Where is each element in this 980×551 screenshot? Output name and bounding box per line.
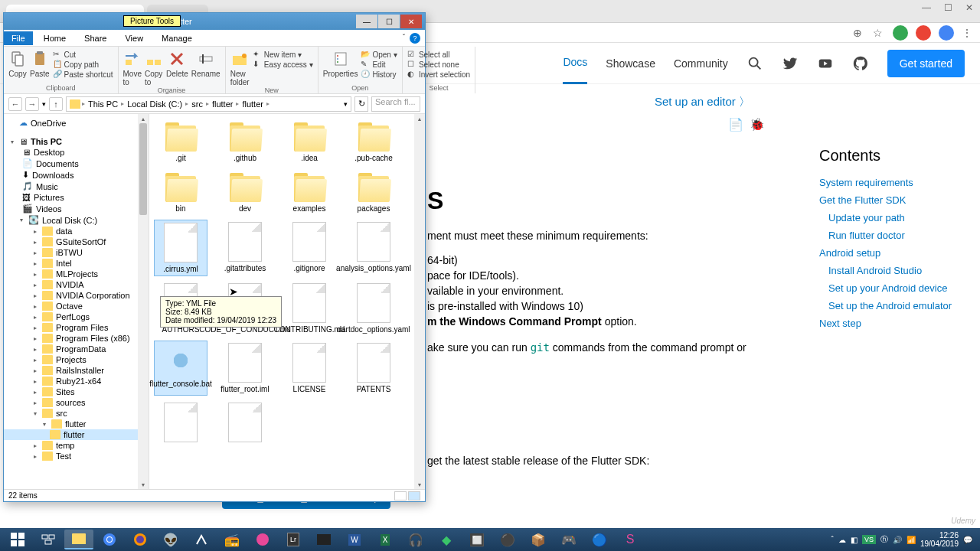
close-button[interactable]: ✕ [959,0,980,15]
get-started-button[interactable]: Get started [887,50,965,77]
tray-vs-icon[interactable]: VS [862,535,876,544]
collapse-ribbon-icon[interactable]: ˇ [403,33,405,44]
app-taskbar-1[interactable]: 👽 [156,530,185,549]
refresh-button[interactable]: ↻ [354,96,368,112]
file-item[interactable]: flutter_console.bat [154,341,207,396]
picture-tools-tab[interactable]: Picture Tools [123,15,181,27]
nav-folder[interactable]: ▸Octave [4,301,149,311]
file-item[interactable]: LICENSE [283,341,336,396]
file-item[interactable]: .pub-cache [347,119,400,165]
nav-documents[interactable]: 📄Documents [4,158,149,169]
details-view-button[interactable] [394,491,407,500]
search-icon[interactable] [746,55,763,72]
copy-path-button[interactable]: 📋Copy path [53,60,113,69]
clock[interactable]: 12:26 19/04/2019 [920,531,959,548]
file-icon[interactable]: 📄 [728,117,742,131]
app-taskbar-8[interactable]: ⚫ [493,530,522,549]
nav-folder[interactable]: ▸Ruby21-x64 [4,376,149,386]
twitter-icon[interactable] [782,55,799,72]
nav-folder[interactable]: ▸ProgramData [4,344,149,354]
content-scrollbar[interactable]: ▲ ▼ [414,114,425,489]
file-item[interactable]: dev [218,169,272,215]
tray-chevron-icon[interactable]: ˆ [831,536,834,544]
paste-button[interactable]: Paste [30,50,50,78]
crumb-this-pc[interactable]: This PC [87,99,119,109]
crumb-flutter[interactable]: flutter [211,99,235,109]
tab-file[interactable]: File [4,31,33,45]
github-icon[interactable] [852,55,869,72]
nav-temp[interactable]: ▸temp [4,440,149,451]
address-dropdown[interactable]: ▾ [344,100,348,108]
tray-icon-1[interactable]: ◧ [851,536,858,544]
nav-desktop[interactable]: 🖥Desktop [4,147,149,158]
invert-selection-button[interactable]: ◐Invert selection [407,70,470,79]
file-explorer-taskbar[interactable] [64,530,93,549]
nav-folder[interactable]: ▸NVIDIA [4,279,149,290]
file-item[interactable]: examples [283,169,336,215]
star-icon[interactable]: ☆ [873,27,885,39]
tab-share[interactable]: Share [77,31,114,45]
lightroom-taskbar[interactable]: Lr [279,530,308,549]
cut-button[interactable]: ✂Cut [53,50,113,59]
start-button[interactable] [3,530,32,549]
nav-folder[interactable]: ▸Sites [4,386,149,397]
zoom-icon[interactable]: ⊕ [853,27,865,39]
recent-dropdown[interactable]: ▾ [42,100,46,108]
extension-1-icon[interactable] [893,25,908,41]
nav-onedrive[interactable]: ☁OneDrive [4,117,149,129]
toc-next-step[interactable]: Next step [819,315,965,332]
nav-folder[interactable]: ▾src [4,408,149,419]
nav-folder[interactable]: ▸Program Files (x86) [4,333,149,344]
help-icon[interactable]: ? [410,33,420,44]
app-taskbar-9[interactable]: 📦 [524,530,553,549]
file-item[interactable]: PATENTS [347,341,400,396]
file-item[interactable] [218,400,272,445]
tab-view[interactable]: View [117,31,151,45]
file-item[interactable]: bin [154,169,207,215]
file-item[interactable]: .gitignore [283,220,336,276]
crumb-local-disk[interactable]: Local Disk (C:) [126,99,184,109]
toc-android-setup[interactable]: Android setup [819,244,965,262]
word-taskbar[interactable]: W [340,530,369,549]
menu-icon[interactable]: ⋮ [962,27,974,39]
file-item[interactable]: .cirrus.yml [154,220,207,276]
file-item[interactable]: .github [218,119,272,165]
nav-test[interactable]: ▸Test [4,451,149,461]
easy-access-button[interactable]: ⬇Easy access ▾ [253,60,313,69]
tray-onedrive-icon[interactable]: ☁ [838,536,846,544]
app-taskbar-4[interactable] [248,530,277,549]
app-taskbar-12[interactable]: S [616,530,645,549]
crumb-flutter-2[interactable]: flutter [240,99,265,109]
nav-folder[interactable]: ▸sources [4,397,149,408]
new-folder-button[interactable]: New folder [230,50,250,86]
nav-this-pc[interactable]: ▾🖥This PC [4,136,149,147]
excel-taskbar[interactable]: X [371,530,400,549]
profile-icon[interactable] [939,25,954,41]
youtube-icon[interactable] [817,55,834,72]
file-item[interactable]: packages [347,169,400,215]
tray-volume-icon[interactable]: 🔊 [893,536,902,544]
setup-editor-link[interactable]: Set up an editor 〉 [655,95,750,108]
file-item[interactable]: flutter_root.iml [218,341,272,396]
edit-button[interactable]: ✎Edit [361,60,397,69]
app-taskbar-11[interactable]: 🔵 [585,530,614,549]
nav-docs[interactable]: Docs [563,56,587,84]
file-item[interactable]: .idea [283,119,336,165]
new-item-button[interactable]: ✦New item ▾ [253,50,313,59]
properties-button[interactable]: Properties [323,50,358,78]
select-none-button[interactable]: ☐Select none [407,60,470,69]
notification-icon[interactable]: 💬 [963,536,972,544]
app-taskbar-3[interactable]: 📻 [217,530,247,549]
file-item[interactable]: dartdoc_options.yaml [347,281,400,336]
nav-folder[interactable]: ▸Projects [4,354,149,365]
chrome-taskbar[interactable] [95,530,124,549]
maximize-button[interactable]: ☐ [378,15,400,28]
back-button[interactable]: ← [8,97,22,111]
nav-local-disk[interactable]: ▾💽Local Disk (C:) [4,214,149,226]
nav-folder[interactable]: ▸Program Files [4,322,149,333]
file-item[interactable]: .git [154,119,207,165]
nav-folder[interactable]: ▸MLProjects [4,269,149,279]
copy-to-button[interactable]: Copy to [145,50,163,86]
nav-folder[interactable]: ▸Intel [4,258,149,269]
app-taskbar-6[interactable]: ◆ [432,530,461,549]
